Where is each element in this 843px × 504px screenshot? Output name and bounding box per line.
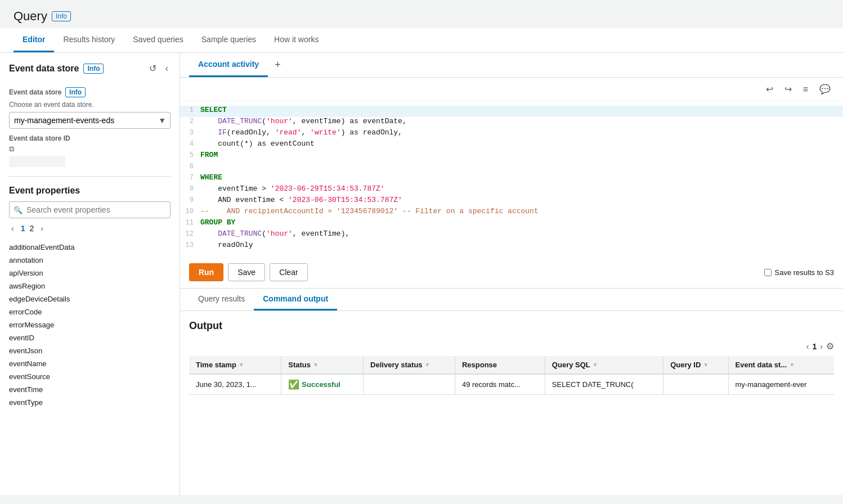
format-button[interactable]: ≡ xyxy=(800,82,811,96)
pager-settings-icon[interactable]: ⚙ xyxy=(826,341,834,352)
sort-icon[interactable]: ▼ xyxy=(239,362,244,368)
results-table: Time stamp ▼ Status ▼ De xyxy=(189,356,834,395)
right-panel: Account activity + ↩ ↪ ≡ 💬 1 SELECT 2 DA… xyxy=(180,53,843,495)
event-data-store-info-badge[interactable]: Info xyxy=(83,64,104,74)
pager-prev-button[interactable]: ‹ xyxy=(806,342,809,351)
code-line-2: 2 DATE_TRUNC('hour', eventTime) as event… xyxy=(180,117,843,128)
save-to-s3-label: Save results to S3 xyxy=(775,268,835,277)
comment-button[interactable]: 💬 xyxy=(816,82,834,96)
search-input[interactable] xyxy=(9,201,171,218)
list-item[interactable]: additionalEventData xyxy=(9,241,171,254)
table-row: June 30, 2023, 1... ✅ Successful 49 reco… xyxy=(189,374,834,395)
top-nav: Editor Results history Saved queries Sam… xyxy=(0,28,843,53)
col-query-id: Query ID ▼ xyxy=(663,356,728,374)
sort-icon[interactable]: ▼ xyxy=(703,362,709,368)
code-line-4: 4 count(*) as eventCount xyxy=(180,140,843,151)
result-tabs: Query results Command output xyxy=(180,289,843,311)
cell-timestamp: June 30, 2023, 1... xyxy=(189,374,281,395)
nav-tab-results-history[interactable]: Results history xyxy=(54,28,124,52)
success-icon: ✅ xyxy=(288,379,299,390)
tab-account-activity[interactable]: Account activity xyxy=(189,53,268,77)
cell-query-id xyxy=(663,374,728,395)
code-line-1: 1 SELECT xyxy=(180,106,843,117)
list-item[interactable]: eventType xyxy=(9,396,171,409)
prev-page-button[interactable]: ‹ xyxy=(9,223,16,234)
pager-current: 1 xyxy=(813,342,817,351)
code-line-5: 5 FROM xyxy=(180,151,843,162)
sort-icon[interactable]: ▼ xyxy=(425,362,431,368)
main-layout: Event data store Info ↺ ‹ Event data sto… xyxy=(0,53,843,495)
refresh-button[interactable]: ↺ xyxy=(147,62,159,75)
list-item[interactable]: errorMessage xyxy=(9,318,171,331)
code-line-9: 9 AND eventTime < '2023-06-30T15:34:53.7… xyxy=(180,196,843,207)
output-title: Output xyxy=(189,320,834,332)
col-timestamp: Time stamp ▼ xyxy=(189,356,281,374)
code-editor[interactable]: 1 SELECT 2 DATE_TRUNC('hour', eventTime)… xyxy=(180,101,843,256)
code-line-6: 6 xyxy=(180,162,843,173)
pagination: ‹ 1 2 › xyxy=(9,223,171,234)
data-store-id-label: Event data store ID xyxy=(9,134,171,142)
save-button[interactable]: Save xyxy=(228,263,265,281)
data-store-id-placeholder xyxy=(9,156,65,167)
table-header-row: Time stamp ▼ Status ▼ De xyxy=(189,356,834,374)
redo-button[interactable]: ↪ xyxy=(781,82,795,96)
nav-tab-editor[interactable]: Editor xyxy=(14,28,54,52)
collapse-panel-button[interactable]: ‹ xyxy=(163,62,171,75)
table-toolbar: ‹ 1 › ⚙ xyxy=(189,341,834,352)
save-to-s3-checkbox[interactable] xyxy=(764,269,772,276)
data-store-field-label: Event data store Info xyxy=(9,88,171,96)
list-item[interactable]: eventName xyxy=(9,357,171,370)
copy-icon[interactable]: ⧉ xyxy=(9,145,14,154)
divider xyxy=(9,176,171,177)
pager-next-button[interactable]: › xyxy=(820,342,823,351)
data-store-sublabel: Choose an event data store. xyxy=(9,101,171,109)
search-icon: 🔍 xyxy=(14,206,23,214)
data-store-select[interactable]: my-management-events-eds xyxy=(9,112,171,129)
col-delivery-status: Delivery status ▼ xyxy=(364,356,455,374)
list-item[interactable]: eventSource xyxy=(9,370,171,383)
col-event-data-store: Event data st... ▼ xyxy=(728,356,834,374)
cell-query-sql: SELECT DATE_TRUNC( xyxy=(545,374,663,395)
left-panel: Event data store Info ↺ ‹ Event data sto… xyxy=(0,53,180,495)
cell-response: 49 records matc... xyxy=(455,374,545,395)
sort-icon[interactable]: ▼ xyxy=(789,362,795,368)
code-line-12: 12 DATE_TRUNC('hour', eventTime), xyxy=(180,230,843,241)
col-response: Response xyxy=(455,356,545,374)
list-item[interactable]: eventID xyxy=(9,331,171,344)
col-query-sql: Query SQL ▼ xyxy=(545,356,663,374)
clear-button[interactable]: Clear xyxy=(270,263,307,281)
page-info-badge[interactable]: Info xyxy=(52,11,71,21)
sort-icon[interactable]: ▼ xyxy=(593,362,598,368)
nav-tab-sample-queries[interactable]: Sample queries xyxy=(192,28,265,52)
data-store-info-inline[interactable]: Info xyxy=(65,87,86,97)
data-store-id-value: ⧉ xyxy=(9,145,171,154)
cell-status: ✅ Successful xyxy=(281,374,364,395)
list-item[interactable]: errorCode xyxy=(9,305,171,318)
tab-query-results[interactable]: Query results xyxy=(189,289,254,310)
save-to-s3-option: Save results to S3 xyxy=(764,268,835,277)
next-page-button[interactable]: › xyxy=(38,223,46,234)
list-item[interactable]: edgeDeviceDetails xyxy=(9,292,171,305)
list-item[interactable]: eventJson xyxy=(9,344,171,357)
code-line-13: 13 readOnly xyxy=(180,241,843,252)
add-tab-button[interactable]: + xyxy=(268,55,288,75)
page-total: 2 xyxy=(29,224,34,233)
page-current: 1 xyxy=(21,224,25,233)
list-item[interactable]: apiVersion xyxy=(9,267,171,280)
undo-button[interactable]: ↩ xyxy=(763,82,777,96)
nav-tab-saved-queries[interactable]: Saved queries xyxy=(124,28,192,52)
status-badge: ✅ Successful xyxy=(288,379,356,390)
query-tabs: Account activity + xyxy=(180,53,843,78)
output-area: Output ‹ 1 › ⚙ Time stamp ▼ xyxy=(180,311,843,495)
list-item[interactable]: eventTime xyxy=(9,383,171,396)
event-data-store-title: Event data store xyxy=(9,64,79,74)
code-line-3: 3 IF(readOnly, 'read', 'write') as readO… xyxy=(180,128,843,140)
list-item[interactable]: awsRegion xyxy=(9,280,171,292)
run-button[interactable]: Run xyxy=(189,263,223,281)
event-properties-title: Event properties xyxy=(9,186,171,196)
code-line-10: 10 -- AND recipientAccountId = '12345678… xyxy=(180,207,843,218)
list-item[interactable]: annotation xyxy=(9,254,171,267)
tab-command-output[interactable]: Command output xyxy=(254,289,337,310)
nav-tab-how-it-works[interactable]: How it works xyxy=(265,28,328,52)
sort-icon[interactable]: ▼ xyxy=(313,362,319,368)
